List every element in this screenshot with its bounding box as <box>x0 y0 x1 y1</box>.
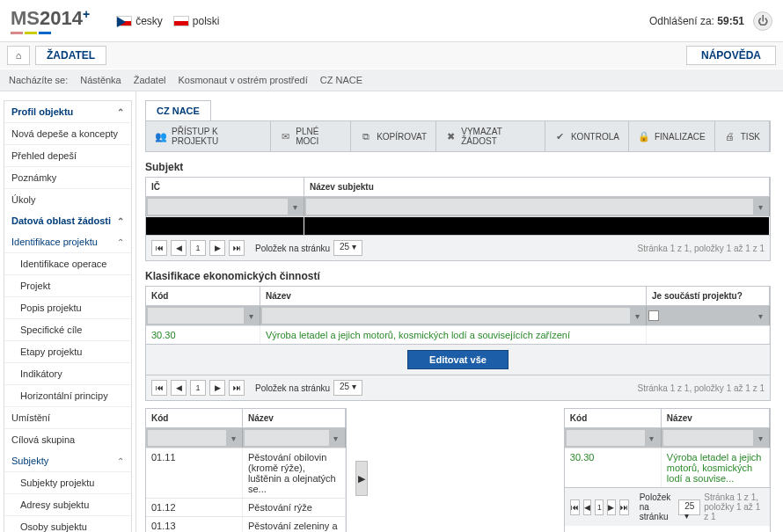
sidebar-item[interactable]: Specifické cíle <box>4 318 131 340</box>
table-row[interactable]: 01.11Pěstování obilovin (kromě rýže), lu… <box>146 448 346 498</box>
col-kod[interactable]: Kód <box>146 409 243 428</box>
pager-size-select[interactable]: 25 ▾ <box>333 240 362 256</box>
table-row[interactable]: ████ ████████ <box>146 216 770 235</box>
power-icon[interactable]: ⏻ <box>753 11 772 31</box>
filter-nazev[interactable] <box>663 430 753 446</box>
sidebar-item[interactable]: Indikátory <box>4 362 131 384</box>
move-right-button[interactable]: ▶ <box>355 461 368 496</box>
filter-kod[interactable] <box>148 430 226 446</box>
funnel-icon[interactable]: ▾ <box>288 202 302 212</box>
lang-cz[interactable]: česky <box>116 15 163 27</box>
funnel-icon[interactable]: ▾ <box>753 202 767 212</box>
funnel-icon[interactable]: ▾ <box>226 434 240 443</box>
cell-nazev: Výroba letadel a jejich motorů, kosmický… <box>662 448 770 487</box>
sidebar-item[interactable]: Horizontální principy <box>4 384 131 406</box>
col-ic[interactable]: IČ <box>146 178 304 197</box>
table-row[interactable]: 01.12Pěstování rýže <box>146 498 346 516</box>
pager-prev[interactable]: ◀ <box>171 380 187 396</box>
filter-kod[interactable] <box>567 430 645 446</box>
action-check[interactable]: ✔KONTROLA <box>545 121 629 151</box>
col-soucast[interactable]: Je součástí projektu? <box>647 287 770 306</box>
cell-nazev: Pěstování obilovin (kromě rýže), luštěni… <box>243 448 346 498</box>
sidebar-item[interactable]: Poznámky <box>4 166 131 188</box>
action-delete[interactable]: ✖VYMAZAT ŽÁDOST <box>436 121 545 151</box>
action-plnemoci[interactable]: ✉PLNÉ MOCI <box>271 121 351 151</box>
col-nazev[interactable]: Název <box>662 409 770 428</box>
section-klas: Klasifikace ekonomických činností <box>145 270 771 282</box>
grid-right-list: Kód Název ▾ ▾ 30.30 Výroba letadel a jej… <box>564 408 771 532</box>
pager-first[interactable]: ⏮ <box>151 240 167 256</box>
sidebar-section-profile[interactable]: Profil objektu⌃ <box>4 101 131 122</box>
crumb-item[interactable]: Kosmonaut v ostrém prostředí <box>178 75 307 85</box>
pager-first[interactable]: ⏮ <box>570 499 580 515</box>
pager-prev[interactable]: ◀ <box>171 240 187 256</box>
pager-page[interactable]: 1 <box>190 380 206 396</box>
crumb-item[interactable]: Žadatel <box>134 75 166 85</box>
pager-size-label: Položek na stránku <box>255 244 330 253</box>
checkbox-filter[interactable] <box>648 310 659 321</box>
sidebar-item[interactable]: Etapy projektu <box>4 340 131 362</box>
sidebar-item[interactable]: Projekt <box>4 274 131 296</box>
pager-last[interactable]: ⏭ <box>229 240 245 256</box>
pager-first[interactable]: ⏮ <box>151 380 167 396</box>
funnel-icon[interactable]: ▾ <box>630 311 644 321</box>
filter-kod[interactable] <box>148 308 244 324</box>
funnel-icon[interactable]: ▾ <box>244 311 258 321</box>
col-nazev[interactable]: Název subjektu <box>304 178 770 197</box>
col-kod[interactable]: Kód <box>565 409 662 428</box>
filter-nazev[interactable] <box>306 199 753 215</box>
pager-page[interactable]: 1 <box>190 240 206 256</box>
cell-nazev: ████████ <box>304 217 770 235</box>
sidebar-item[interactable]: Adresy subjektu <box>4 493 131 515</box>
pager-next[interactable]: ▶ <box>607 499 616 515</box>
sidebar-item[interactable]: Osoby subjektu <box>4 515 131 532</box>
funnel-icon[interactable]: ▾ <box>645 434 659 443</box>
action-copy[interactable]: ⧉KOPÍROVAT <box>351 121 436 151</box>
funnel-icon[interactable]: ▾ <box>753 311 767 321</box>
sidebar-item[interactable]: Úkoly <box>4 188 131 210</box>
crumb-label: Nacházíte se: <box>9 75 68 85</box>
action-finalize[interactable]: 🔒FINALIZACE <box>629 121 715 151</box>
col-nazev[interactable]: Název <box>243 409 346 428</box>
filter-nazev[interactable] <box>262 308 630 324</box>
sidebar-item[interactable]: Umístění <box>4 406 131 428</box>
help-button[interactable]: NÁPOVĚDA <box>686 46 776 65</box>
col-nazev[interactable]: Název <box>260 287 647 306</box>
lang-pl[interactable]: polski <box>173 15 220 27</box>
table-row[interactable]: 01.13Pěstování zeleniny a melounů, kořen… <box>146 516 346 532</box>
pager-size-select[interactable]: 25 ▾ <box>678 499 700 515</box>
content: CZ NACE 👥PŘÍSTUP K PROJEKTU ✉PLNÉ MOCI ⧉… <box>136 91 783 532</box>
edit-all-button[interactable]: Editovat vše <box>407 350 509 369</box>
action-access[interactable]: 👥PŘÍSTUP K PROJEKTU <box>146 121 271 151</box>
sidebar-item[interactable]: Popis projektu <box>4 296 131 318</box>
pager-last[interactable]: ⏭ <box>619 499 629 515</box>
crumb-item[interactable]: CZ NACE <box>320 75 362 85</box>
filter-ic[interactable] <box>148 199 288 215</box>
pager-next[interactable]: ▶ <box>209 240 225 256</box>
pager-next[interactable]: ▶ <box>209 380 225 396</box>
pager-size-select[interactable]: 25 ▾ <box>333 380 362 396</box>
sidebar-section-data[interactable]: Datová oblast žádosti⌃ <box>4 210 131 231</box>
logo: MS2014+ <box>11 7 116 34</box>
sidebar-item[interactable]: Subjekty projektu <box>4 471 131 493</box>
tab-cznace[interactable]: CZ NACE <box>145 100 211 120</box>
funnel-icon[interactable]: ▾ <box>329 434 343 443</box>
sidebar-item[interactable]: Identifikace operace <box>4 252 131 274</box>
crumb-item[interactable]: Nástěnka <box>80 75 121 85</box>
table-row[interactable]: 30.30 Výroba letadel a jejich motorů, ko… <box>146 325 770 344</box>
sidebar-item[interactable]: Nová depeše a koncepty <box>4 122 131 144</box>
col-kod[interactable]: Kód <box>146 287 260 306</box>
pager-last[interactable]: ⏭ <box>229 380 245 396</box>
sidebar-item[interactable]: Cílová skupina <box>4 428 131 450</box>
sidebar-item[interactable]: Přehled depeší <box>4 144 131 166</box>
pager-prev[interactable]: ◀ <box>583 499 592 515</box>
sidebar-section-subjekty[interactable]: Subjekty⌃ <box>4 450 131 471</box>
filter-nazev[interactable] <box>245 430 329 446</box>
table-row[interactable]: 30.30 Výroba letadel a jejich motorů, ko… <box>565 448 770 487</box>
zadatel-button[interactable]: ŽADATEL <box>35 46 106 65</box>
action-print[interactable]: 🖨TISK <box>715 121 770 151</box>
funnel-icon[interactable]: ▾ <box>753 434 767 443</box>
home-button[interactable]: ⌂ <box>7 46 30 65</box>
sidebar-section-ident[interactable]: Identifikace projektu⌃ <box>4 231 131 252</box>
pager-page[interactable]: 1 <box>595 499 604 515</box>
